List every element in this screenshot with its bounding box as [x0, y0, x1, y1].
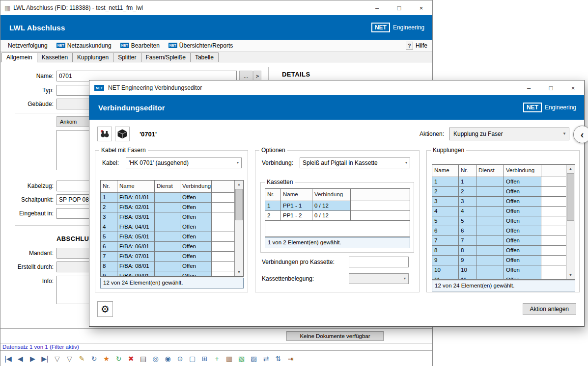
close-button[interactable]: ×	[410, 0, 432, 15]
search-icon[interactable]: ◎	[151, 355, 160, 362]
table-header-cell[interactable]	[541, 165, 566, 177]
cube-icon	[116, 128, 128, 140]
table-header-cell[interactable]: Nr.	[459, 165, 476, 177]
minimize-button[interactable]: –	[366, 0, 388, 15]
previous-record-icon[interactable]: ◀	[16, 355, 25, 362]
first-record-icon[interactable]: |◀	[3, 355, 13, 362]
collapse-panel-button[interactable]: ‹	[573, 126, 588, 143]
tab-splitter[interactable]: Splitter	[113, 52, 141, 62]
verbindungseditor-dialog: NET NET Engineering Verbindungseditor – …	[89, 80, 585, 327]
table-row[interactable]: 8F/BA: 08/01Offen	[101, 261, 235, 271]
next-record-icon[interactable]: ▶	[28, 355, 37, 362]
maximize-button[interactable]: □	[388, 0, 410, 15]
scroll-thumb[interactable]	[567, 173, 574, 221]
table-row[interactable]: 4F/BA: 04/01Offen	[101, 222, 235, 232]
new-record-icon[interactable]: ★	[102, 355, 111, 362]
verbindungen-pro-kassette-input[interactable]	[349, 257, 409, 267]
journal-icon[interactable]: ▥	[224, 355, 234, 362]
table-row[interactable]: 22Offen	[432, 187, 566, 197]
table-row[interactable]: 77Offen	[432, 236, 566, 246]
menu-hilfe[interactable]: ? Hilfe	[401, 42, 432, 50]
aktion-dropdown[interactable]: Kupplung zu Faser ▼	[449, 128, 569, 140]
edit-icon[interactable]: ✎	[77, 355, 86, 362]
table-row[interactable]: 88Offen	[432, 246, 566, 256]
table-row[interactable]: 7F/BA: 07/01Offen	[101, 252, 235, 261]
keine-dokumente-button[interactable]: Keine Dokumente verfügbar	[286, 331, 384, 341]
menu-uebersichten-reports[interactable]: NET Übersichten/Reports	[164, 40, 237, 51]
tab-tabelle[interactable]: Tabelle	[190, 52, 219, 62]
table-row[interactable]: 2PP1 - 20 / 12	[265, 211, 410, 221]
table-header-cell[interactable]: Dienst	[476, 165, 504, 177]
table-header-cell[interactable]: Nr.	[265, 189, 281, 201]
copy-pages-icon[interactable]: ⊞	[200, 355, 209, 362]
settings-button[interactable]: ⚙	[97, 301, 113, 317]
search-button[interactable]	[97, 127, 112, 141]
table-row[interactable]: 99Offen	[432, 256, 566, 265]
scroll-down-icon[interactable]: ▼	[566, 271, 575, 279]
table-header-cell[interactable]: Name	[281, 189, 312, 201]
filter-icon[interactable]: ▽	[53, 355, 62, 362]
tab-kupplungen[interactable]: Kupplungen	[72, 52, 113, 62]
menu-netzauskundung[interactable]: NET Netzauskundung	[52, 40, 116, 51]
journal-add-icon[interactable]: ▧	[237, 355, 246, 362]
kassetten-table-body: Nr.NameVerbindung1PP1 - 10 / 122PP1 - 20…	[265, 189, 410, 236]
table-row[interactable]: 33Offen	[432, 197, 566, 207]
last-record-icon[interactable]: ▶|	[40, 355, 50, 362]
menu-netzverfolgung[interactable]: Netzverfolgung	[3, 40, 52, 51]
vertical-scrollbar[interactable]: ▲ ▼	[566, 165, 575, 279]
table-header-cell[interactable]: Name	[117, 181, 155, 192]
table-row[interactable]: 9F/BA: 09/01Offen	[101, 271, 235, 276]
table-row[interactable]: 55Offen	[432, 216, 566, 226]
table-row[interactable]: 1PP1 - 10 / 12	[265, 201, 410, 211]
tab-allgemein[interactable]: Allgemein	[1, 52, 37, 62]
duplicate-record-icon[interactable]: ⊙	[175, 355, 185, 362]
dialog-close-button[interactable]: ×	[562, 80, 584, 95]
table-row[interactable]: 2F/BA: 02/01Offen	[101, 203, 235, 212]
table-row[interactable]: 44Offen	[432, 207, 566, 216]
table-row[interactable]: 1111Offen	[432, 275, 566, 279]
dialog-minimize-button[interactable]: –	[518, 80, 540, 95]
aktion-anlegen-button[interactable]: Aktion anlegen	[523, 303, 576, 315]
scroll-up-icon[interactable]: ▲	[235, 181, 243, 188]
delete-record-icon[interactable]: ✖	[126, 355, 136, 362]
scroll-up-icon[interactable]: ▲	[566, 165, 575, 173]
table-row[interactable]: 6F/BA: 06/01Offen	[101, 242, 235, 252]
filter-edit-icon[interactable]: ▽	[65, 355, 74, 362]
table-header-cell[interactable]	[212, 181, 235, 192]
vertical-scrollbar[interactable]: ▲ ▼	[234, 181, 243, 276]
table-header-cell[interactable]	[351, 189, 410, 201]
journal-search-icon[interactable]: ▨	[249, 355, 258, 362]
table-header-cell[interactable]: Dienst	[155, 181, 180, 192]
table-row[interactable]: 1010Offen	[432, 265, 566, 275]
kabel-dropdown[interactable]: 'HK 0701' (ausgehend) ▾	[126, 157, 242, 168]
table-header-cell[interactable]: Verbindung	[312, 189, 351, 201]
verbindung-dropdown[interactable]: Spleiß auf Pigtail in Kassette ▾	[300, 157, 410, 168]
scroll-thumb[interactable]	[235, 189, 243, 220]
table-row[interactable]: 66Offen	[432, 226, 566, 236]
table-row[interactable]: 1F/BA: 01/01Offen	[101, 193, 235, 203]
dialog-titlebar: NET NET Engineering Verbindungseditor – …	[89, 80, 584, 95]
selection-frame-icon[interactable]: ▢	[188, 355, 197, 362]
table-header-cell[interactable]: Verbindung	[180, 181, 212, 192]
table-header-cell[interactable]: Name	[432, 165, 459, 177]
table-row[interactable]: 11Offen	[432, 177, 566, 187]
tab-kassetten[interactable]: Kassetten	[37, 52, 73, 62]
table-row[interactable]: 3F/BA: 03/01Offen	[101, 212, 235, 222]
kassetten-group: Kassetten Nr.NameVerbindung1PP1 - 10 / 1…	[260, 182, 414, 253]
table-row[interactable]: 5F/BA: 05/01Offen	[101, 232, 235, 242]
sort-updown-icon[interactable]: ⇅	[274, 355, 283, 362]
object-button[interactable]	[115, 127, 130, 141]
copy-record-icon[interactable]: ◉	[163, 355, 172, 362]
tab-fasern-spleisse[interactable]: Fasern/Spleiße	[141, 52, 191, 62]
dialog-maximize-button[interactable]: □	[540, 80, 562, 95]
print-icon[interactable]: ▤	[139, 355, 148, 362]
exit-icon[interactable]: ⇥	[286, 355, 295, 362]
reload-all-icon[interactable]: ↻	[114, 355, 123, 362]
scroll-down-icon[interactable]: ▼	[235, 268, 243, 276]
data-exchange-icon[interactable]: ⇄	[261, 355, 271, 362]
menu-bearbeiten[interactable]: NET Bearbeiten	[116, 40, 164, 51]
paste-new-icon[interactable]: +	[212, 355, 222, 362]
table-header-cell[interactable]: Nr.	[101, 181, 117, 192]
table-header-cell[interactable]: Verbindung	[504, 165, 541, 177]
refresh-record-icon[interactable]: ↻	[89, 355, 99, 362]
